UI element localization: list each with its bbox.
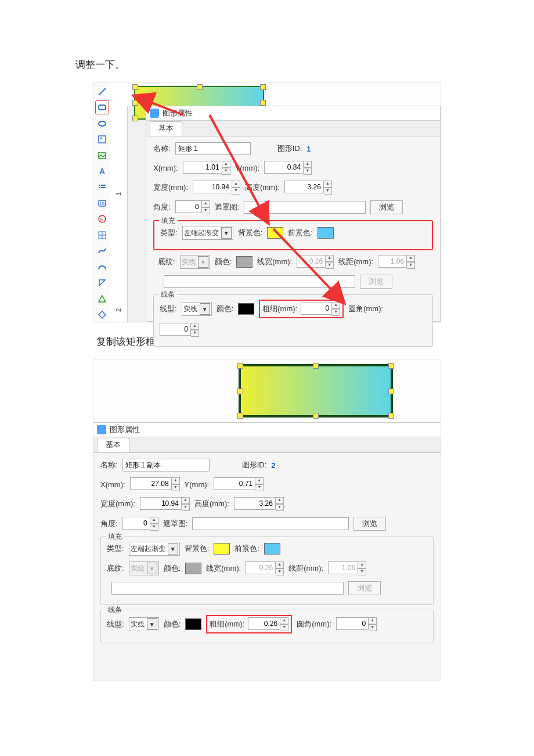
tool-picture[interactable] (95, 149, 109, 162)
mask-input[interactable] (192, 517, 349, 530)
fill-group: 填充 类型: 左端起渐变▼ 背景色: 前景色: (153, 220, 433, 250)
spinner-buttons[interactable]: ▲▼ (172, 477, 180, 491)
spinner-buttons[interactable]: ▲▼ (202, 200, 210, 214)
tool-stamp[interactable]: A (95, 213, 109, 226)
spinner-buttons: ▲▼ (276, 561, 284, 575)
resize-handle[interactable] (388, 363, 394, 369)
svg-rect-9 (99, 187, 100, 188)
spinner-buttons[interactable]: ▲▼ (255, 477, 264, 491)
resize-handle[interactable] (313, 363, 319, 369)
height-input[interactable] (284, 181, 324, 193)
svg-marker-22 (99, 311, 106, 318)
tool-triangle[interactable] (95, 292, 109, 305)
svg-marker-20 (99, 280, 105, 286)
mask-input[interactable] (244, 201, 366, 214)
tool-ellipse[interactable] (95, 117, 109, 130)
hatch-select: 实线▼ (180, 255, 210, 269)
tool-grid[interactable] (95, 228, 109, 242)
spinner-buttons[interactable]: ▲▼ (280, 617, 288, 631)
tool-rounded-rect[interactable] (95, 100, 109, 114)
panel-title-text: 图形属性 (110, 424, 140, 435)
thick-input[interactable] (248, 617, 280, 630)
resize-handle[interactable] (132, 84, 138, 90)
type-label: 类型: (107, 543, 124, 554)
spinner-buttons[interactable]: ▲▼ (232, 181, 240, 195)
resize-handle[interactable] (132, 116, 138, 121)
resize-handle[interactable] (260, 84, 266, 90)
tool-polygon[interactable] (95, 276, 109, 290)
linetype-select[interactable]: 实线▼ (129, 617, 159, 631)
spinner-buttons[interactable]: ▲▼ (276, 497, 284, 511)
lined-input (378, 255, 407, 268)
bgcolor-swatch[interactable] (267, 227, 283, 239)
tool-list[interactable] (95, 181, 109, 194)
resize-handle[interactable] (388, 388, 394, 394)
type-select[interactable]: 左端起渐变▼ (182, 226, 233, 240)
angle-input[interactable] (175, 200, 202, 213)
type-select[interactable]: 左端起渐变▼ (129, 542, 180, 556)
panel-titlebar: 图形属性 (93, 423, 441, 437)
fgcolor-swatch[interactable] (317, 227, 334, 239)
svg-point-4 (100, 138, 102, 139)
resize-handle[interactable] (197, 84, 203, 90)
spinner-buttons[interactable]: ▲▼ (150, 517, 158, 531)
corner-input[interactable] (160, 323, 191, 336)
corner-label: 圆角(mm): (348, 304, 383, 314)
spinner-buttons[interactable]: ▲▼ (369, 617, 377, 631)
line-color-swatch[interactable] (185, 618, 201, 630)
corner-input[interactable] (336, 617, 369, 630)
browse-button[interactable]: 浏览 (370, 200, 403, 214)
y-input[interactable] (214, 477, 255, 490)
svg-rect-3 (99, 136, 106, 143)
tool-curve[interactable] (95, 244, 109, 258)
spinner-buttons[interactable]: ▲▼ (222, 161, 230, 175)
x-input[interactable] (130, 477, 172, 490)
line-color-swatch[interactable] (238, 303, 254, 315)
fill-legend: 填充 (106, 532, 124, 542)
y-input[interactable] (264, 161, 304, 174)
resize-handle[interactable] (237, 413, 243, 419)
tool-barcode[interactable] (95, 196, 109, 210)
linew-input (297, 255, 326, 268)
resize-handle[interactable] (388, 413, 394, 419)
bgcolor-swatch[interactable] (214, 543, 230, 555)
spinner-buttons[interactable]: ▲▼ (191, 323, 199, 337)
svg-point-2 (99, 121, 106, 126)
resize-handle[interactable] (313, 413, 319, 419)
tool-arc[interactable] (95, 260, 109, 273)
width-input[interactable] (140, 497, 182, 510)
tool-text[interactable]: A (95, 164, 109, 178)
spinner-buttons[interactable]: ▲▼ (324, 181, 332, 195)
width-input[interactable] (193, 181, 232, 193)
hatch-color-label: 颜色: (164, 563, 181, 574)
tab-basic[interactable]: 基本 (97, 438, 129, 452)
hatch-label: 底纹: (107, 563, 124, 574)
angle-input[interactable] (122, 517, 150, 530)
browse-button[interactable]: 浏览 (353, 517, 386, 531)
spinner-buttons[interactable]: ▲▼ (182, 497, 190, 511)
spinner-buttons[interactable]: ▲▼ (332, 302, 340, 316)
name-input[interactable] (122, 459, 210, 471)
ruler-tick-2: 2 (115, 308, 122, 312)
spinner-buttons[interactable]: ▲▼ (304, 161, 312, 175)
canvas-rectangle-2[interactable] (239, 364, 393, 417)
tool-diamond[interactable] (95, 308, 109, 322)
resize-handle[interactable] (260, 100, 266, 106)
tab-basic[interactable]: 基本 (150, 121, 182, 136)
tool-image[interactable] (95, 132, 109, 146)
name-label: 名称: (153, 143, 171, 154)
resize-handle[interactable] (237, 363, 243, 369)
resize-handle[interactable] (132, 100, 138, 106)
fgcolor-swatch[interactable] (264, 543, 280, 555)
tool-line[interactable] (95, 85, 109, 98)
name-input[interactable] (175, 142, 251, 155)
resize-handle[interactable] (237, 388, 243, 394)
x-input[interactable] (183, 161, 222, 174)
chevron-down-icon: ▼ (147, 563, 157, 574)
thick-label: 粗细(mm): (210, 619, 244, 629)
thick-input[interactable] (301, 302, 332, 315)
hatch-color-label: 颜色: (215, 257, 232, 267)
height-input[interactable] (234, 497, 276, 510)
linetype-select[interactable]: 实线▼ (182, 302, 212, 316)
mask-label: 遮罩图: (215, 202, 240, 213)
